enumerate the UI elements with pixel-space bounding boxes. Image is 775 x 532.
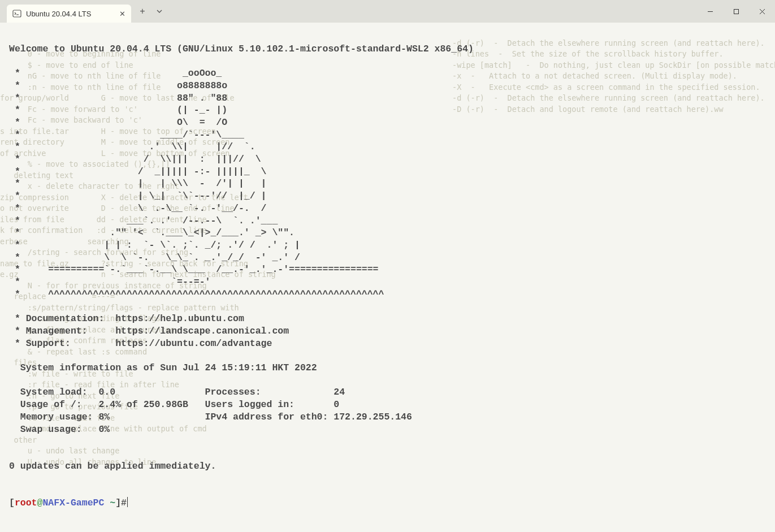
maximize-icon bbox=[733, 8, 739, 15]
stats-line1: System load: 0.0 Processes: 24 bbox=[9, 387, 345, 397]
mgmt-label: * Management: bbox=[9, 326, 115, 336]
ascii-art: * _ooOoo_ * o8888888o * 88" . "88 * (| -… bbox=[9, 68, 384, 300]
chevron-down-icon bbox=[157, 10, 162, 13]
tab-close-button[interactable]: ✕ bbox=[119, 10, 125, 18]
welcome-line: Welcome to Ubuntu 20.04.4 LTS (GNU/Linux… bbox=[9, 44, 474, 54]
prompt-open: [ bbox=[9, 498, 15, 508]
prompt-close: ] bbox=[115, 498, 121, 508]
minimize-button[interactable] bbox=[697, 0, 723, 23]
new-tab-button[interactable]: + bbox=[133, 2, 151, 20]
terminal-body[interactable]: Welcome to Ubuntu 20.04.4 LTS (GNU/Linux… bbox=[0, 23, 775, 529]
prompt-host: NAFX-GamePC bbox=[42, 498, 104, 508]
prompt-symbol: # bbox=[121, 498, 127, 508]
mgmt-url: https://landscape.canonical.com bbox=[115, 326, 289, 336]
tab-ubuntu[interactable]: Ubuntu 20.04.4 LTS ✕ bbox=[7, 5, 131, 23]
svg-rect-3 bbox=[734, 9, 738, 14]
terminal-output: Welcome to Ubuntu 20.04.4 LTS (GNU/Linux… bbox=[9, 43, 766, 509]
tab-title: Ubuntu 20.04.4 LTS bbox=[26, 10, 91, 18]
terminal-icon bbox=[12, 9, 21, 18]
sysinfo-header: System information as of Sun Jul 24 15:1… bbox=[9, 362, 317, 373]
window-controls bbox=[697, 0, 775, 23]
prompt: [root@NAFX-GamePC ~]# bbox=[9, 498, 128, 508]
doc-url: https://help.ubuntu.com bbox=[115, 313, 244, 324]
stats-line2: Usage of /: 2.4% of 250.98GB Users logge… bbox=[9, 399, 339, 410]
close-icon bbox=[759, 8, 765, 15]
stats-line3: Memory usage: 8% IPv4 address for eth0: … bbox=[9, 412, 412, 422]
prompt-path: ~ bbox=[104, 498, 115, 508]
doc-label: * Documentation: bbox=[9, 313, 115, 324]
tab-dropdown-button[interactable] bbox=[151, 3, 167, 19]
sup-url: https://ubuntu.com/advantage bbox=[115, 338, 272, 349]
close-button[interactable] bbox=[749, 0, 775, 23]
cursor bbox=[127, 497, 128, 507]
titlebar: Ubuntu 20.04.4 LTS ✕ + bbox=[0, 0, 775, 23]
prompt-at: @ bbox=[37, 498, 43, 508]
svg-rect-0 bbox=[13, 10, 21, 17]
stats-line4: Swap usage: 0% bbox=[9, 424, 110, 435]
updates-line: 0 updates can be applied immediately. bbox=[9, 461, 216, 472]
minimize-icon bbox=[707, 8, 713, 15]
sup-label: * Support: bbox=[9, 338, 115, 349]
prompt-user: root bbox=[15, 498, 37, 508]
maximize-button[interactable] bbox=[723, 0, 749, 23]
